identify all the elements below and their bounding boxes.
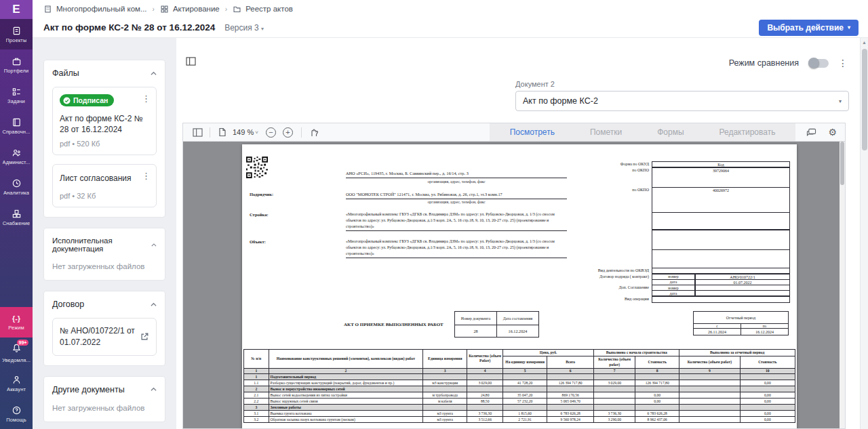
tasks-icon <box>12 87 22 97</box>
code-row: Вид операции <box>562 296 790 303</box>
sidebar-item-label: Режим <box>8 325 24 331</box>
app-logo[interactable]: E <box>0 0 33 19</box>
page-fit-icon[interactable] <box>215 125 230 140</box>
briefcase-icon <box>12 56 22 66</box>
compare-mode-toggle[interactable] <box>808 59 829 68</box>
works-row: 1.1Разборка существующих конструкций (по… <box>244 380 795 386</box>
sidebar-item-help[interactable]: Помощь <box>0 399 33 429</box>
compare-mode-label: Режим сравнения <box>729 58 799 68</box>
breadcrumb-label: Актирование <box>173 5 220 13</box>
panel-toggle-icon[interactable] <box>186 57 196 66</box>
zoom-level[interactable]: 149 % <box>233 128 254 136</box>
contract-title: Договор <box>52 300 84 309</box>
sidebar-item-notifications[interactable]: 99+ Уведомля... <box>0 338 33 368</box>
version-dropdown[interactable]: Версия 3 ▾ <box>224 23 264 33</box>
column-number: 2 <box>269 368 423 373</box>
building-icon <box>43 5 52 14</box>
file-meta: pdf • 32 Кб <box>60 192 149 200</box>
act-title: АКТ О ПРИЕМКЕ ВЫПОЛНЕННЫХ РАБОТ <box>344 322 443 327</box>
zoom-in-button[interactable]: + <box>283 127 293 138</box>
file-menu-icon[interactable]: ⋮ <box>142 94 151 103</box>
org-caption: организация, адрес, телефон, факс <box>346 200 567 204</box>
document-side-panel: Файлы Подписан ⋮ Акт по форме КС-2 № 28 … <box>33 38 171 429</box>
sidebar-item-analytics[interactable]: Аналитика <box>0 171 33 202</box>
breadcrumb-item-registry[interactable]: Реестр актов <box>233 5 293 14</box>
code-row <box>562 230 790 250</box>
file-item-approval-sheet[interactable]: ⋮ Лист согласования pdf • 32 Кб <box>52 164 157 207</box>
more-options-icon[interactable]: ⋮ <box>838 58 848 68</box>
file-item-act[interactable]: Подписан ⋮ Акт по форме КС-2 № 28 от 16.… <box>52 87 157 155</box>
exec-docs-card: Исполнительная документация Нет загружен… <box>43 228 165 281</box>
contract-link[interactable]: № АНО/010722/1 от 01.07.2022 <box>52 318 157 356</box>
sidebar-item-label: Справочн... <box>2 129 30 135</box>
files-card: Файлы Подписан ⋮ Акт по форме КС-2 № 28 … <box>43 60 165 218</box>
sidebar-item-portfolios[interactable]: Портфели <box>0 49 33 80</box>
pdf-toolbar: 149 % ˅ − + Посмотреть Пометки Формы Ред… <box>183 123 845 142</box>
sidebar-item-label: Портфели <box>4 68 28 74</box>
breadcrumb-item-project[interactable]: Многопрофильный ком... <box>43 5 147 14</box>
pdf-scrollbar[interactable] <box>840 142 845 428</box>
pdf-canvas-area[interactable]: АНО «РСИ», 119435, г. Москва, Б. Саввинс… <box>183 142 845 428</box>
hand-tool-icon[interactable] <box>307 125 321 140</box>
breadcrumb-separator: › <box>153 5 155 13</box>
page-scrollbar[interactable]: ▲ <box>860 38 868 429</box>
other-docs-card: Другие документы Нет загруженных файлов <box>43 376 165 422</box>
sidebar-item-tasks[interactable]: Задачи <box>0 80 33 110</box>
scrollbar-thumb[interactable] <box>862 49 867 150</box>
viewer-sidebar-toggle-icon[interactable] <box>190 125 205 140</box>
tab-view[interactable]: Посмотреть <box>510 127 555 137</box>
document-view-panel: Режим сравнения ⋮ Документ 2 Акт по форм… <box>176 38 868 429</box>
comments-icon[interactable] <box>804 125 818 140</box>
sidebar-item-account[interactable]: Аккаунт <box>0 368 33 399</box>
collapse-icon[interactable] <box>151 386 157 392</box>
zoom-out-button[interactable]: − <box>266 127 276 138</box>
column-number: 10 <box>740 368 795 373</box>
works-section-row: 2Вынос и переустройство инженерных сетей <box>244 386 795 392</box>
breadcrumb-label: Многопрофильный ком... <box>56 5 147 13</box>
object-label: Объект: <box>250 239 346 258</box>
sidebar-spacer <box>0 232 33 307</box>
sidebar-item-reference[interactable]: Справочн... <box>0 110 33 141</box>
pdf-viewer: 149 % ˅ − + Посмотреть Пометки Формы Ред… <box>182 123 846 429</box>
sidebar-item-projects[interactable]: Проекты <box>0 19 33 49</box>
check-circle-icon <box>63 97 71 104</box>
report-period-table: Отчетный период спо 26.11.202416.12.2024 <box>693 311 789 335</box>
file-name: Акт по форме КС-2 № 28 от 16.12.2024 <box>60 113 149 135</box>
stroika-value: «Многопрофильный комплекс ГБУЗ «ДГКБ св.… <box>346 211 567 231</box>
file-menu-icon[interactable]: ⋮ <box>142 171 151 180</box>
person-icon <box>12 375 22 385</box>
column-number: 3 <box>423 368 467 373</box>
tab-forms[interactable]: Формы <box>657 127 684 137</box>
column-number: 8 <box>635 368 679 373</box>
works-section-row: 3Земляные работы <box>244 404 795 410</box>
chevron-down-icon: ˅ <box>255 129 258 136</box>
folder-icon <box>233 5 241 14</box>
gear-icon[interactable]: ⚙ <box>828 127 837 137</box>
collapse-icon[interactable] <box>151 302 157 308</box>
works-section-row: 1Подготовительный период <box>244 373 795 380</box>
collapse-icon[interactable] <box>151 70 157 77</box>
contract-number: № АНО/010722/1 от 01.07.2022 <box>60 325 140 348</box>
collapse-icon[interactable] <box>151 242 157 248</box>
doc-number-table: Номер документаДата составления 2816.12.… <box>454 311 539 338</box>
breadcrumb-item-acting[interactable]: Актирование <box>160 5 220 14</box>
sidebar-item-mode[interactable]: {-} Режим <box>0 307 33 338</box>
works-table: № п/п Наименование конструктивных решени… <box>243 349 795 423</box>
sidebar-item-supply[interactable]: Снабжение <box>0 202 33 232</box>
scroll-up-arrow[interactable]: ▲ <box>861 38 868 45</box>
breadcrumb-label: Реестр актов <box>245 5 293 13</box>
column-number: 1 <box>244 368 269 373</box>
tab-edit[interactable]: Редактировать <box>719 127 776 137</box>
page-title: Акт по форме КС-2 № 28 от 16.12.2024 <box>43 22 215 33</box>
works-row: 2.1Вынос сетей водоотведения из пятна за… <box>244 392 795 398</box>
document2-select[interactable]: Акт по форме КС-2 ▾ <box>515 91 849 111</box>
sidebar-item-label: Помощь <box>6 417 26 423</box>
tab-annotations[interactable]: Пометки <box>590 127 622 137</box>
document2-value: Акт по форме КС-2 <box>523 96 598 106</box>
choose-action-button[interactable]: Выбрать действие▾ <box>759 20 859 36</box>
sidebar-item-label: Проекты <box>6 37 27 43</box>
contractor-value: ООО "МОНОТЕК СТРОЙ" 121471, г. Москва, у… <box>346 191 567 199</box>
sidebar-item-admin[interactable]: Админист... <box>0 141 33 171</box>
clock-icon <box>12 178 22 188</box>
files-title: Файлы <box>52 68 79 78</box>
